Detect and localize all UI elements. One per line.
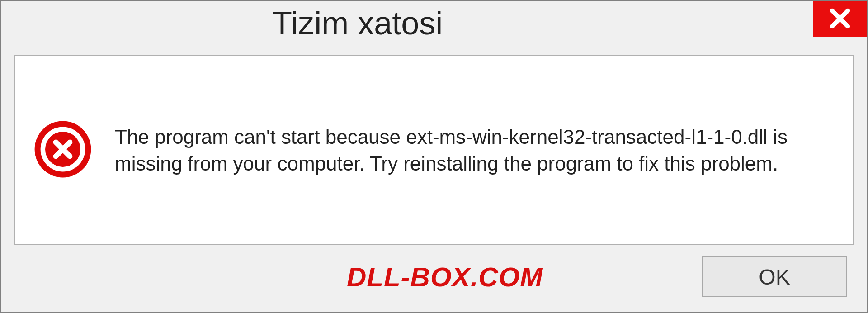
ok-button[interactable]: OK (702, 256, 847, 297)
close-icon (828, 7, 852, 32)
content-panel: The program can't start because ext-ms-w… (14, 55, 854, 245)
watermark-text: DLL-BOX.COM (347, 261, 543, 293)
error-icon (33, 120, 92, 180)
error-message: The program can't start because ext-ms-w… (115, 123, 835, 177)
dialog-footer: DLL-BOX.COM OK (1, 245, 867, 297)
titlebar: Tizim xatosi (1, 1, 867, 51)
dialog-title: Tizim xatosi (272, 1, 443, 42)
close-button[interactable] (813, 1, 867, 37)
